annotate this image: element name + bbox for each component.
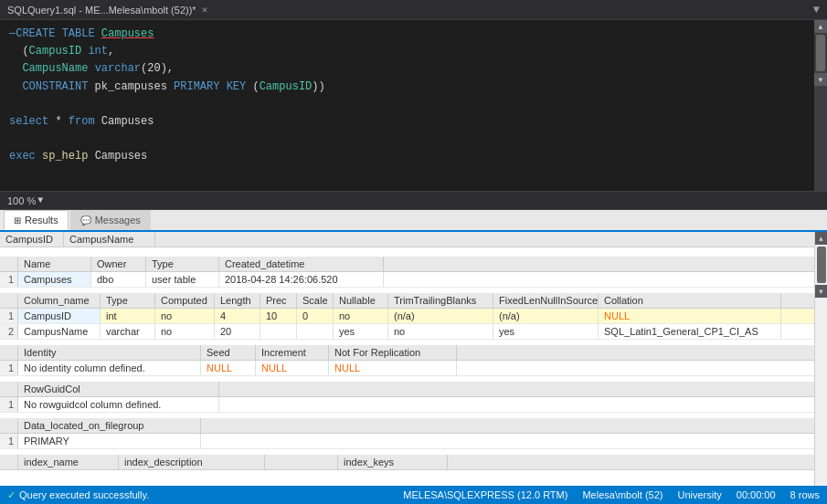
result-section-1: CampusID CampusName xyxy=(0,232,827,247)
col-header-cell: Length xyxy=(215,293,260,308)
status-time: 00:00:00 xyxy=(737,489,776,500)
status-connection: MELESA\SQLEXPRESS (12.0 RTM) xyxy=(403,489,567,500)
col-header-cell xyxy=(0,345,18,360)
row-number: 1 xyxy=(0,272,18,287)
row-number: 1 xyxy=(0,309,18,323)
data-cell: varchar xyxy=(101,324,155,339)
data-cell: int xyxy=(101,309,155,323)
col-header-cell: FixedLenNullInSource xyxy=(493,293,599,308)
col-header-cell: Scale xyxy=(297,293,334,308)
close-button[interactable]: ✕ xyxy=(202,4,208,16)
col-header-row-7: index_name index_description index_keys xyxy=(0,455,827,470)
col-header-cell: Increment xyxy=(256,345,329,360)
result-section-2: Name Owner Type Created_datetime 1 Campu… xyxy=(0,257,827,288)
data-cell: 0 xyxy=(297,309,334,323)
data-cell: 20 xyxy=(215,324,260,339)
results-scroll-down[interactable]: ▼ xyxy=(815,285,828,298)
data-cell: no xyxy=(334,309,388,323)
tab-results-label: Results xyxy=(25,215,58,226)
col-header-cell: Type xyxy=(101,293,155,308)
col-header-cell: Not For Replication xyxy=(329,345,457,360)
tabs-bar: ⊞ Results 💬 Messages xyxy=(0,210,827,232)
result-section-3: Column_name Type Computed Length Prec Sc… xyxy=(0,293,827,340)
scroll-thumb[interactable] xyxy=(816,35,825,71)
status-bar: ✓ Query executed successfully. MELESA\SQ… xyxy=(0,486,827,504)
data-cell: (n/a) xyxy=(388,309,493,323)
col-header-cell: CampusID xyxy=(0,232,64,247)
col-header-cell: CampusName xyxy=(64,232,155,247)
zoom-dropdown[interactable]: ▼ xyxy=(37,195,43,205)
col-header-cell: RowGuidCol xyxy=(18,382,219,396)
table-row: 1 CampusID int no 4 10 0 no (n/a) (n/a) … xyxy=(0,309,827,324)
data-cell: PRIMARY xyxy=(18,434,201,448)
main-container: SQLQuery1.sql - ME...Melesa\mbolt (52))*… xyxy=(0,0,827,504)
result-section-4: Identity Seed Increment Not For Replicat… xyxy=(0,345,827,376)
editor-content[interactable]: —CREATE TABLE Campuses (CampusID int, Ca… xyxy=(0,20,827,172)
editor-area[interactable]: —CREATE TABLE Campuses (CampusID int, Ca… xyxy=(0,20,827,192)
data-cell: Campuses xyxy=(18,272,91,287)
col-header-cell xyxy=(0,455,18,469)
col-header-row-1: CampusID CampusName xyxy=(0,232,827,247)
col-header-cell: Identity xyxy=(18,345,201,360)
data-cell: no xyxy=(155,309,215,323)
scroll-down-button[interactable]: ▼ xyxy=(814,73,827,86)
col-header-cell: Name xyxy=(18,257,91,271)
row-number: 1 xyxy=(0,361,18,375)
status-message: Query executed successfully. xyxy=(19,489,149,500)
col-header-cell: TrimTrailingBlanks xyxy=(388,293,493,308)
data-cell-null: NULL xyxy=(599,309,781,323)
message-icon: 💬 xyxy=(80,215,91,226)
col-header-cell: index_name xyxy=(18,455,119,469)
results-scroll-up[interactable]: ▲ xyxy=(815,232,828,245)
table-row: 2 CampusName varchar no 20 yes no yes SQ… xyxy=(0,324,827,340)
scroll-up-button[interactable]: ▲ xyxy=(814,20,827,33)
data-cell-null: NULL xyxy=(201,361,256,375)
data-cell: CampusName xyxy=(18,324,101,339)
col-header-row-2: Name Owner Type Created_datetime xyxy=(0,257,827,272)
col-header-row-4: Identity Seed Increment Not For Replicat… xyxy=(0,345,827,361)
tab-results[interactable]: ⊞ Results xyxy=(4,210,69,230)
col-header-cell: Owner xyxy=(91,257,146,271)
col-header-cell: index_keys xyxy=(338,455,448,469)
col-header-cell: Created_datetime xyxy=(219,257,384,271)
col-header-cell: Collation xyxy=(599,293,781,308)
col-header-row-5: RowGuidCol xyxy=(0,382,827,397)
editor-scrollbar: ▲ ▼ xyxy=(814,20,827,191)
data-cell: (n/a) xyxy=(493,309,599,323)
data-cell: no xyxy=(388,324,493,339)
results-content[interactable]: CampusID CampusName Name Owner Type Crea… xyxy=(0,232,827,504)
result-section-6: Data_located_on_filegroup 1 PRIMARY xyxy=(0,418,827,449)
row-number: 1 xyxy=(0,434,18,448)
table-row: 1 Campuses dbo user table 2018-04-28 14:… xyxy=(0,272,827,288)
spacer-1 xyxy=(0,247,827,257)
col-header-cell: index_description xyxy=(119,455,265,469)
col-header-cell xyxy=(0,418,18,433)
zoom-bar: 100 % ▼ xyxy=(0,192,827,210)
data-cell: No rowguidcol column defined. xyxy=(18,397,219,412)
col-header-row-3: Column_name Type Computed Length Prec Sc… xyxy=(0,293,827,309)
col-header-cell: Data_located_on_filegroup xyxy=(18,418,201,433)
col-header-cell: Type xyxy=(146,257,219,271)
col-header-cell: Seed xyxy=(201,345,256,360)
data-cell: SQL_Latin1_General_CP1_CI_AS xyxy=(599,324,781,339)
col-header-cell xyxy=(0,257,18,271)
status-db: University xyxy=(677,489,721,500)
tab-messages[interactable]: 💬 Messages xyxy=(70,210,151,230)
row-number: 1 xyxy=(0,397,18,412)
table-row: 1 No rowguidcol column defined. xyxy=(0,397,827,413)
data-cell: no xyxy=(155,324,215,339)
data-cell: yes xyxy=(334,324,388,339)
data-cell: No identity column defined. xyxy=(18,361,201,375)
data-cell: user table xyxy=(146,272,219,287)
results-scroll-thumb[interactable] xyxy=(817,247,826,283)
col-header-row-6: Data_located_on_filegroup xyxy=(0,418,827,434)
data-cell: 4 xyxy=(215,309,260,323)
data-cell: 2018-04-28 14:26:06.520 xyxy=(219,272,384,287)
data-cell: yes xyxy=(493,324,599,339)
data-cell: 10 xyxy=(260,309,297,323)
results-scrollbar: ▲ ▼ xyxy=(814,232,827,486)
scroll-indicator: ▼ xyxy=(813,4,820,16)
title-bar-text: SQLQuery1.sql - ME...Melesa\mbolt (52))* xyxy=(7,5,196,16)
col-header-cell: Column_name xyxy=(18,293,101,308)
tab-messages-label: Messages xyxy=(95,215,141,226)
